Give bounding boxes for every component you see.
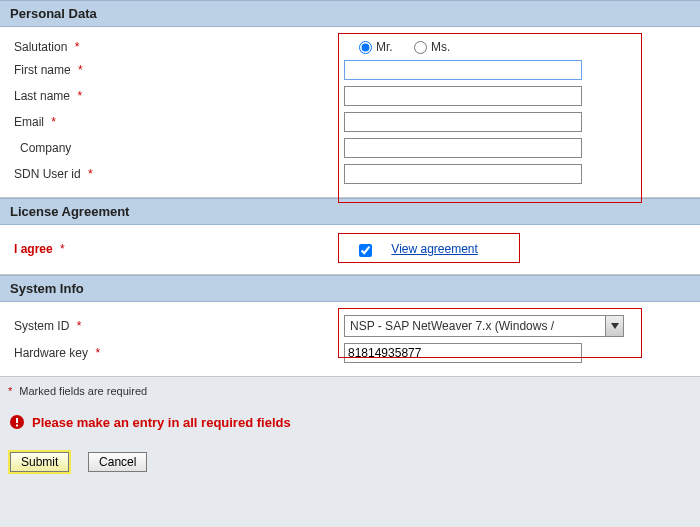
input-first-name[interactable] xyxy=(344,60,582,80)
row-agree: I agree * View agreement xyxy=(0,239,700,259)
row-sdn: SDN User id * xyxy=(0,161,700,187)
label-first-name: First name * xyxy=(14,63,344,77)
svg-rect-3 xyxy=(16,425,18,427)
radio-group-salutation: Mr. Ms. xyxy=(344,40,468,54)
row-last-name: Last name * xyxy=(0,83,700,109)
radio-ms[interactable] xyxy=(414,41,427,54)
chevron-down-icon[interactable] xyxy=(605,316,623,336)
label-hw-key-text: Hardware key xyxy=(14,346,88,360)
label-hw-key: Hardware key * xyxy=(14,346,344,360)
select-system-id-value: NSP - SAP NetWeaver 7.x (Windows / xyxy=(345,319,605,333)
section-body-system: System ID * NSP - SAP NetWeaver 7.x (Win… xyxy=(0,302,700,377)
required-star: * xyxy=(77,89,82,103)
input-email[interactable] xyxy=(344,112,582,132)
label-email-text: Email xyxy=(14,115,44,129)
row-system-id: System ID * NSP - SAP NetWeaver 7.x (Win… xyxy=(0,312,700,340)
input-sdn[interactable] xyxy=(344,164,582,184)
required-star: * xyxy=(88,167,93,181)
required-note: * Marked fields are required xyxy=(0,377,700,401)
label-agree: I agree * xyxy=(14,242,344,256)
label-salutation: Salutation * xyxy=(14,40,344,54)
required-note-text: Marked fields are required xyxy=(19,385,147,397)
agree-controls: View agreement xyxy=(344,242,478,256)
cancel-button[interactable]: Cancel xyxy=(88,452,147,472)
section-header-license: License Agreement xyxy=(0,198,700,225)
label-sdn: SDN User id * xyxy=(14,167,344,181)
radio-mr-label: Mr. xyxy=(376,40,393,54)
label-company: Company xyxy=(14,141,344,155)
label-sdn-text: SDN User id xyxy=(14,167,81,181)
label-agree-text: I agree xyxy=(14,242,53,256)
checkbox-agree[interactable] xyxy=(359,244,372,257)
error-text: Please make an entry in all required fie… xyxy=(32,415,291,430)
label-email: Email * xyxy=(14,115,344,129)
section-header-personal: Personal Data xyxy=(0,0,700,27)
required-star: * xyxy=(95,346,100,360)
required-star: * xyxy=(77,319,82,333)
radio-mr[interactable] xyxy=(359,41,372,54)
radio-ms-label: Ms. xyxy=(431,40,450,54)
radio-ms-wrap[interactable]: Ms. xyxy=(414,40,450,54)
label-system-id: System ID * xyxy=(14,319,344,333)
row-company: Company xyxy=(0,135,700,161)
button-row: Submit Cancel xyxy=(0,444,700,488)
label-salutation-text: Salutation xyxy=(14,40,67,54)
label-system-id-text: System ID xyxy=(14,319,69,333)
section-body-personal: Salutation * Mr. Ms. First name * Last n… xyxy=(0,27,700,198)
error-line: Please make an entry in all required fie… xyxy=(0,401,700,444)
radio-mr-wrap[interactable]: Mr. xyxy=(359,40,393,54)
required-star: * xyxy=(78,63,83,77)
required-star: * xyxy=(8,385,12,397)
link-view-agreement[interactable]: View agreement xyxy=(391,242,478,256)
row-hw-key: Hardware key * xyxy=(0,340,700,366)
label-last-name: Last name * xyxy=(14,89,344,103)
section-header-system: System Info xyxy=(0,275,700,302)
row-email: Email * xyxy=(0,109,700,135)
row-salutation: Salutation * Mr. Ms. xyxy=(0,37,700,57)
label-company-text: Company xyxy=(20,141,71,155)
input-last-name[interactable] xyxy=(344,86,582,106)
svg-rect-2 xyxy=(16,418,18,423)
label-first-name-text: First name xyxy=(14,63,71,77)
input-hw-key[interactable] xyxy=(344,343,582,363)
svg-marker-0 xyxy=(611,323,619,329)
required-star: * xyxy=(51,115,56,129)
required-star: * xyxy=(60,242,65,256)
select-system-id[interactable]: NSP - SAP NetWeaver 7.x (Windows / xyxy=(344,315,624,337)
required-star: * xyxy=(75,40,80,54)
error-icon xyxy=(10,415,24,429)
input-company[interactable] xyxy=(344,138,582,158)
label-last-name-text: Last name xyxy=(14,89,70,103)
row-first-name: First name * xyxy=(0,57,700,83)
section-body-license: I agree * View agreement xyxy=(0,225,700,274)
submit-button[interactable]: Submit xyxy=(10,452,69,472)
